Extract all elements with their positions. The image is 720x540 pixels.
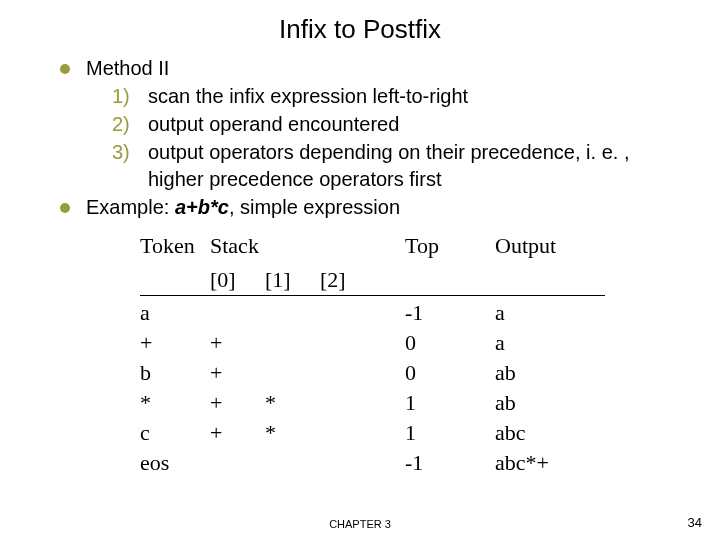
method-steps: 1) scan the infix expression left-to-rig… [112,83,680,193]
step-1: 1) scan the infix expression left-to-rig… [112,83,680,110]
cell-s2 [320,388,375,418]
cell-token: eos [140,448,210,478]
trace-table: Token Stack Top Output [0] [1] [2] [140,231,680,478]
cell-top: 0 [405,328,465,358]
cell-output: a [495,328,605,358]
bullet-dot-icon [60,203,70,213]
step-text: output operand encountered [148,111,680,138]
footer-page: 34 [688,515,702,530]
table-row: b + 0 ab [140,358,605,388]
content-body: Method II 1) scan the infix expression l… [0,55,720,478]
cell-token: * [140,388,210,418]
hdr-stack: Stack [210,231,375,265]
cell-output: ab [495,358,605,388]
cell-s1: * [265,418,320,448]
cell-top: 1 [405,388,465,418]
step-text: output operators depending on their prec… [148,139,680,193]
example-expression: a+b*c [175,196,229,218]
cell-s2 [320,328,375,358]
step-num: 3) [112,139,148,193]
table-row: + + 0 a [140,328,605,358]
cell-s2 [320,298,375,328]
hdr-s2: [2] [320,265,375,296]
hdr-top: Top [405,231,465,265]
cell-top: 0 [405,358,465,388]
hdr-s1: [1] [265,265,320,296]
cell-s1: * [265,388,320,418]
table-row: * + * 1 ab [140,388,605,418]
cell-s1 [265,328,320,358]
cell-output: a [495,298,605,328]
table-header-2: [0] [1] [2] [140,265,605,296]
cell-s1 [265,358,320,388]
table-row: c + * 1 abc [140,418,605,448]
cell-token: a [140,298,210,328]
hdr-output: Output [495,231,605,265]
hdr-s0: [0] [210,265,265,296]
cell-token: b [140,358,210,388]
table-row: eos -1 abc*+ [140,448,605,478]
footer-chapter: CHAPTER 3 [0,518,720,530]
cell-s1 [265,448,320,478]
cell-token: + [140,328,210,358]
cell-s0: + [210,388,265,418]
cell-top: -1 [405,448,465,478]
step-text: scan the infix expression left-to-right [148,83,680,110]
bullet-dot-icon [60,64,70,74]
step-num: 1) [112,83,148,110]
cell-s0: + [210,328,265,358]
cell-s1 [265,298,320,328]
cell-output: abc [495,418,605,448]
page-title: Infix to Postfix [0,0,720,55]
bullet-example: Example: a+b*c, simple expression [60,194,680,221]
table-header-1: Token Stack Top Output [140,231,605,265]
bullet-method: Method II [60,55,680,82]
hdr-token: Token [140,231,210,265]
cell-s0: + [210,418,265,448]
cell-s2 [320,358,375,388]
cell-s0 [210,448,265,478]
table-row: a -1 a [140,298,605,328]
cell-output: abc*+ [495,448,605,478]
step-num: 2) [112,111,148,138]
cell-token: c [140,418,210,448]
cell-s2 [320,418,375,448]
example-prefix: Example: [86,196,175,218]
cell-s0 [210,298,265,328]
cell-s0: + [210,358,265,388]
bullet-example-text: Example: a+b*c, simple expression [86,194,400,221]
step-2: 2) output operand encountered [112,111,680,138]
bullet-method-text: Method II [86,55,169,82]
cell-s2 [320,448,375,478]
example-suffix: , simple expression [229,196,400,218]
cell-top: 1 [405,418,465,448]
cell-top: -1 [405,298,465,328]
step-3: 3) output operators depending on their p… [112,139,680,193]
cell-output: ab [495,388,605,418]
